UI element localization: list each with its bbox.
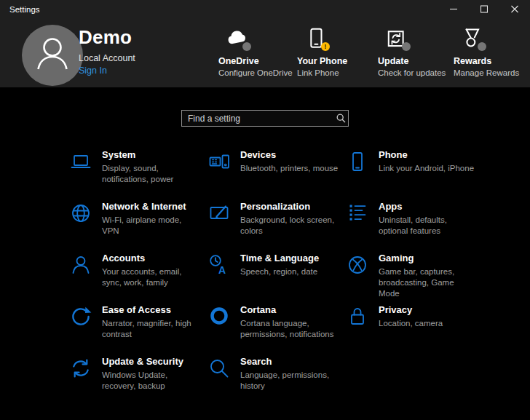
onedrive-cloud-icon [224,27,249,52]
category-tile-privacy[interactable]: Privacy Location, camera [346,304,484,356]
alert-badge: ! [321,42,330,51]
quick-action-onedrive[interactable]: OneDrive Configure OneDrive [218,27,298,77]
category-tile-update-security[interactable]: Update & Security Windows Update, recove… [69,356,207,408]
sync-arrows-icon [69,357,92,380]
account-name: Demo [79,27,135,48]
ease-of-access-icon [69,305,92,328]
category-subtitle: Your accounts, email, sync, work, family [102,266,200,288]
category-grid: System Display, sound, notifications, po… [69,149,484,408]
category-title: Personalization [240,201,339,213]
person-icon [22,23,83,87]
category-title: Devices [240,149,338,161]
category-title: Gaming [379,253,477,264]
devices-icon [207,150,231,173]
lock-icon [346,305,369,328]
window-controls [438,0,530,18]
category-tile-network[interactable]: Network & Internet Wi-Fi, airplane mode,… [69,201,207,253]
account-type: Local Account [79,53,135,63]
personalization-icon [207,202,231,225]
globe-icon [69,202,92,225]
status-badge [402,42,411,51]
category-subtitle: Wi-Fi, airplane mode, VPN [102,215,200,237]
category-tile-accounts[interactable]: Accounts Your accounts, email, sync, wor… [69,253,207,304]
category-title: Apps [379,201,477,213]
category-subtitle: Language, permissions, history [240,370,339,392]
minimize-button[interactable] [438,0,469,18]
maximize-icon [480,5,488,13]
category-tile-gaming[interactable]: Gaming Game bar, captures, broadcasting,… [346,253,484,304]
category-tile-search[interactable]: Search Language, permissions, history [207,356,346,408]
minimize-icon [450,5,457,13]
close-icon [511,5,518,13]
quick-action-sub: Check for updates [378,68,458,77]
avatar [22,25,83,86]
sign-in-link[interactable]: Sign In [79,66,135,76]
account-info: Demo Local Account Sign In [79,27,135,76]
quick-action-sub: Link Phone [297,68,377,77]
cortana-ring-icon [207,305,231,328]
category-tile-system[interactable]: System Display, sound, notifications, po… [69,149,207,201]
status-badge [478,42,486,51]
account-header: Demo Local Account Sign In OneDrive Conf… [0,18,530,87]
window-title: Settings [9,5,40,14]
category-subtitle: Display, sound, notifications, power [102,163,200,185]
close-button[interactable] [499,0,530,18]
quick-action-sub: Manage Rewards [454,68,530,77]
search-box[interactable] [181,110,349,127]
title-bar: Settings [0,0,530,18]
phone-icon: ! [303,27,328,52]
rewards-medal-icon [459,27,484,52]
category-subtitle: Windows Update, recovery, backup [102,370,200,392]
maximize-button[interactable] [469,0,499,18]
category-title: Network & Internet [102,201,200,213]
category-tile-personalization[interactable]: Personalization Background, lock screen,… [207,201,346,253]
quick-action-label: Your Phone [297,56,377,66]
category-tile-phone[interactable]: Phone Link your Android, iPhone [346,149,484,201]
category-subtitle: Uninstall, defaults, optional features [379,215,477,237]
category-tile-apps[interactable]: Apps Uninstall, defaults, optional featu… [346,201,484,253]
category-title: Update & Security [102,356,200,368]
category-subtitle: Cortana language, permissions, notificat… [240,318,339,340]
settings-window: Settings Demo Local Account [0,0,530,420]
category-title: Phone [379,149,474,161]
search-icon [207,357,231,380]
quick-action-sub: Configure OneDrive [218,68,298,77]
category-subtitle: Narrator, magnifier, high contrast [102,318,200,340]
category-subtitle: Game bar, captures, broadcasting, Game M… [379,266,477,299]
category-subtitle: Location, camera [379,318,443,329]
quick-action-label: Rewards [454,56,530,66]
quick-action-label: Update [378,56,458,66]
status-badge [242,42,251,51]
category-title: Ease of Access [102,304,200,316]
search-icon[interactable] [333,114,348,123]
phone-icon [346,150,369,173]
category-title: Cortana [240,304,339,316]
category-title: Search [240,356,339,368]
category-title: System [102,149,200,161]
update-icon [384,27,408,52]
search-input[interactable] [182,114,333,124]
xbox-icon [346,253,369,277]
system-laptop-icon [69,150,92,173]
settings-home: System Display, sound, notifications, po… [0,87,530,420]
category-tile-devices[interactable]: Devices Bluetooth, printers, mouse [207,149,346,201]
category-tile-ease-of-access[interactable]: Ease of Access Narrator, magnifier, high… [69,304,207,356]
clock-language-icon: A [207,253,231,277]
category-title: Time & Language [240,253,319,264]
person-icon [69,253,92,277]
quick-action-your-phone[interactable]: ! Your Phone Link Phone [297,27,377,77]
category-subtitle: Link your Android, iPhone [379,163,474,174]
category-title: Privacy [379,304,443,316]
category-subtitle: Speech, region, date [240,266,319,277]
quick-action-label: OneDrive [218,56,298,66]
category-tile-time-language[interactable]: A Time & Language Speech, region, date [207,253,346,304]
svg-text:A: A [218,264,226,276]
category-title: Accounts [102,253,200,264]
quick-action-update[interactable]: Update Check for updates [378,27,458,77]
category-subtitle: Bluetooth, printers, mouse [240,163,338,174]
apps-list-icon [346,202,369,225]
category-tile-cortana[interactable]: Cortana Cortana language, permissions, n… [207,304,346,356]
quick-action-rewards[interactable]: Rewards Manage Rewards [454,27,530,77]
category-subtitle: Background, lock screen, colors [240,215,339,237]
